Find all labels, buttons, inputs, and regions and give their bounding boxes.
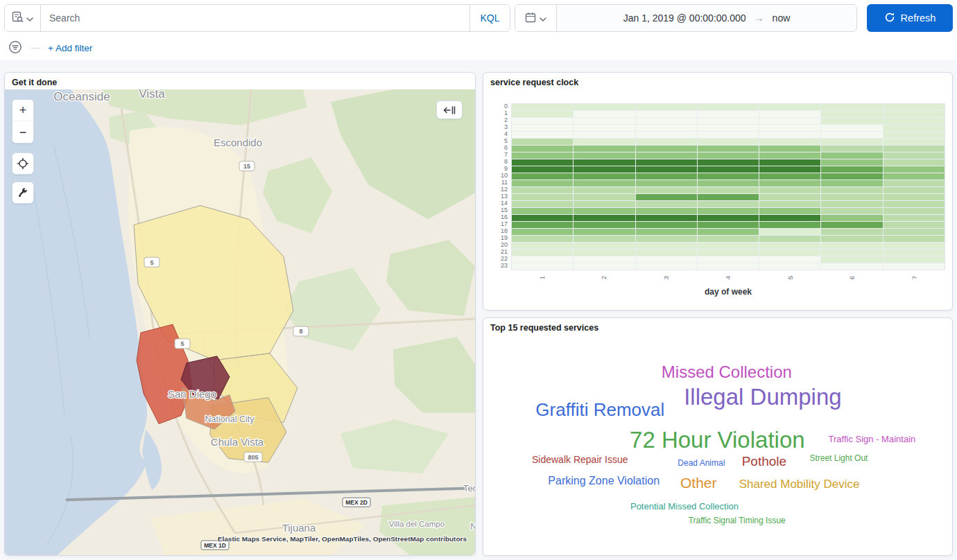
heatmap-cell[interactable] bbox=[636, 125, 697, 131]
heatmap-cell[interactable] bbox=[574, 132, 635, 138]
heatmap-cell[interactable] bbox=[759, 111, 820, 117]
heatmap-cell[interactable] bbox=[574, 250, 635, 256]
heatmap-cell[interactable] bbox=[759, 263, 820, 270]
refresh-button[interactable]: Refresh bbox=[867, 4, 953, 32]
heatmap-cell[interactable] bbox=[512, 194, 573, 200]
map-legend-toggle-button[interactable] bbox=[436, 100, 463, 119]
heatmap-cell[interactable] bbox=[759, 139, 820, 145]
heatmap-cell[interactable] bbox=[821, 222, 882, 228]
heatmap-cell[interactable] bbox=[759, 201, 820, 207]
heatmap-cell[interactable] bbox=[759, 222, 820, 228]
heatmap-cell[interactable] bbox=[759, 104, 820, 110]
map-locate-button[interactable] bbox=[12, 152, 34, 175]
heatmap-cell[interactable] bbox=[759, 215, 820, 221]
tag-word[interactable]: Graffiti Removal bbox=[535, 399, 664, 420]
heatmap-cell[interactable] bbox=[512, 166, 573, 173]
map-draw-tools-button[interactable] bbox=[12, 182, 34, 204]
heatmap-cell[interactable] bbox=[512, 159, 573, 166]
heatmap-cell[interactable] bbox=[883, 229, 945, 235]
tag-word[interactable]: Pothole bbox=[742, 454, 786, 469]
heatmap-cell[interactable] bbox=[698, 139, 759, 145]
filter-options-button[interactable] bbox=[6, 39, 24, 57]
heatmap-cell[interactable] bbox=[512, 243, 573, 249]
heatmap-cell[interactable] bbox=[512, 229, 573, 235]
heatmap-cell[interactable] bbox=[883, 146, 945, 152]
heatmap-cell[interactable] bbox=[759, 208, 820, 214]
tag-word[interactable]: Traffic Signal Timing Issue bbox=[689, 516, 786, 525]
heatmap-cell[interactable] bbox=[759, 229, 820, 235]
heatmap-cell[interactable] bbox=[636, 208, 697, 214]
heatmap-cell[interactable] bbox=[574, 256, 635, 263]
tag-word[interactable]: Other bbox=[680, 475, 717, 491]
heatmap-cell[interactable] bbox=[698, 250, 759, 256]
heatmap-cell[interactable] bbox=[698, 125, 759, 131]
heatmap-cell[interactable] bbox=[821, 250, 882, 256]
heatmap-cell[interactable] bbox=[821, 187, 882, 193]
heatmap-cell[interactable] bbox=[821, 256, 882, 263]
heatmap-cell[interactable] bbox=[883, 187, 945, 193]
heatmap-cell[interactable] bbox=[512, 118, 573, 124]
heatmap-cell[interactable] bbox=[512, 146, 573, 152]
heatmap-cell[interactable] bbox=[636, 111, 697, 117]
tag-word[interactable]: Missed Collection bbox=[662, 362, 792, 382]
heatmap-cell[interactable] bbox=[636, 118, 697, 124]
heatmap-cell[interactable] bbox=[512, 256, 573, 263]
heatmap-cell[interactable] bbox=[698, 111, 759, 117]
heatmap-cell[interactable] bbox=[636, 236, 697, 242]
tag-word[interactable]: Shared Mobility Device bbox=[739, 478, 860, 491]
heatmap-cell[interactable] bbox=[574, 236, 635, 242]
heatmap-cell[interactable] bbox=[698, 187, 759, 193]
heatmap-cell[interactable] bbox=[574, 229, 635, 235]
heatmap-cell[interactable] bbox=[698, 201, 759, 207]
heatmap-cell[interactable] bbox=[821, 208, 882, 214]
heatmap-cell[interactable] bbox=[636, 139, 697, 145]
heatmap-cell[interactable] bbox=[636, 180, 697, 186]
heatmap-cell[interactable] bbox=[759, 166, 820, 173]
heatmap-cell[interactable] bbox=[574, 139, 635, 145]
heatmap-cell[interactable] bbox=[883, 243, 945, 249]
heatmap-cell[interactable] bbox=[759, 118, 820, 124]
heatmap-cell[interactable] bbox=[636, 104, 697, 110]
heatmap-cell[interactable] bbox=[636, 201, 697, 207]
heatmap-cell[interactable] bbox=[883, 236, 945, 242]
heatmap-cell[interactable] bbox=[574, 187, 635, 193]
heatmap-cell[interactable] bbox=[698, 263, 759, 270]
heatmap-cell[interactable] bbox=[698, 180, 759, 186]
heatmap-cell[interactable] bbox=[759, 152, 820, 159]
date-range-start[interactable]: Jan 1, 2019 @ 00:00:00.000 bbox=[623, 12, 746, 24]
heatmap-cell[interactable] bbox=[574, 118, 635, 124]
heatmap-cell[interactable] bbox=[883, 125, 945, 131]
heatmap-cell[interactable] bbox=[883, 215, 945, 221]
heatmap-cell[interactable] bbox=[883, 139, 945, 145]
heatmap-cell[interactable] bbox=[636, 229, 697, 235]
heatmap-cell[interactable] bbox=[574, 111, 635, 117]
tag-word[interactable]: Potential Missed Collection bbox=[630, 501, 739, 511]
heatmap-cell[interactable] bbox=[574, 201, 635, 207]
heatmap-cell[interactable] bbox=[574, 166, 635, 173]
heatmap-cell[interactable] bbox=[574, 263, 635, 270]
heatmap-cell[interactable] bbox=[698, 104, 759, 110]
heatmap-cell[interactable] bbox=[574, 222, 635, 228]
heatmap-cell[interactable] bbox=[512, 104, 573, 110]
tag-word[interactable]: Parking Zone Violation bbox=[548, 475, 659, 487]
heatmap-cell[interactable] bbox=[574, 208, 635, 214]
heatmap-cell[interactable] bbox=[821, 139, 882, 145]
heatmap-cell[interactable] bbox=[698, 159, 759, 166]
heatmap-cell[interactable] bbox=[883, 180, 945, 186]
heatmap-cell[interactable] bbox=[759, 250, 820, 256]
heatmap-cell[interactable] bbox=[574, 194, 635, 200]
heatmap-cell[interactable] bbox=[574, 125, 635, 131]
heatmap-cell[interactable] bbox=[883, 222, 945, 228]
heatmap-cell[interactable] bbox=[574, 146, 635, 152]
heatmap-cell[interactable] bbox=[698, 173, 759, 180]
heatmap-cell[interactable] bbox=[883, 194, 945, 200]
heatmap-cell[interactable] bbox=[636, 215, 697, 221]
heatmap-cell[interactable] bbox=[821, 104, 882, 110]
heatmap-cell[interactable] bbox=[883, 159, 945, 166]
heatmap-cell[interactable] bbox=[574, 104, 635, 110]
heatmap-cell[interactable] bbox=[821, 263, 882, 270]
heatmap-cell[interactable] bbox=[759, 146, 820, 152]
tag-word[interactable]: Dead Animal bbox=[678, 458, 725, 468]
heatmap-cell[interactable] bbox=[574, 173, 635, 180]
heatmap-cell[interactable] bbox=[821, 229, 882, 235]
